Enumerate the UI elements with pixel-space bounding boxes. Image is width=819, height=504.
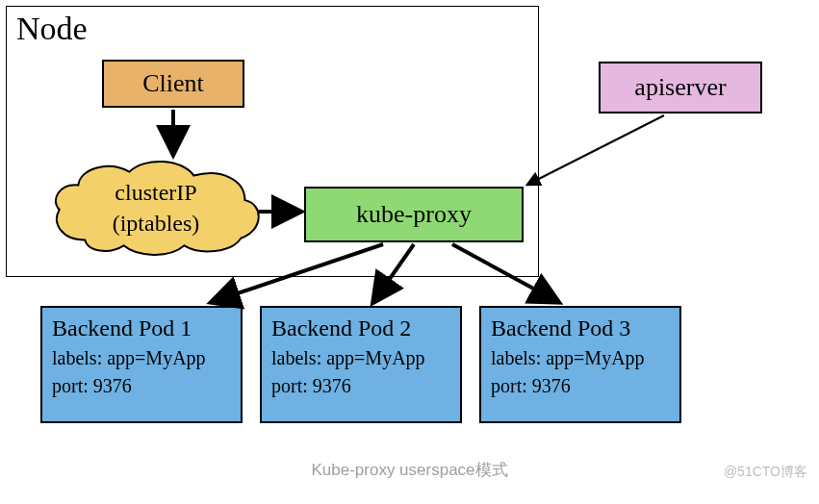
apiserver-label: apiserver [634,73,726,102]
kube-proxy-label: kube-proxy [356,200,472,229]
client-box: Client [102,60,244,108]
pod-labels: labels: app=MyApp [491,347,670,369]
pod-port: port: 9376 [491,375,670,397]
svg-line-2 [527,115,664,185]
backend-pod-3: Backend Pod 3 labels: app=MyApp port: 93… [479,306,681,423]
backend-pod-1: Backend Pod 1 labels: app=MyApp port: 93… [40,306,243,423]
pod-labels: labels: app=MyApp [271,347,450,369]
pod-labels: labels: app=MyApp [52,347,231,369]
node-title: Node [16,11,88,47]
pod-port: port: 9376 [52,375,231,397]
client-label: Client [142,69,204,98]
pod-port: port: 9376 [271,375,450,397]
clusterip-line1: clusterIP [115,177,196,208]
pod-title: Backend Pod 3 [491,315,670,341]
apiserver-box: apiserver [599,62,762,113]
caption: Kube-proxy userspace模式 [0,459,819,481]
kube-proxy-box: kube-proxy [304,187,524,242]
backend-pod-2: Backend Pod 2 labels: app=MyApp port: 93… [260,306,462,423]
pod-title: Backend Pod 2 [271,315,450,341]
pod-title: Backend Pod 1 [52,315,231,341]
clusterip-cloud: clusterIP (iptables) [42,154,269,262]
clusterip-line2: (iptables) [113,208,200,239]
watermark: @51CTO博客 [724,464,807,481]
